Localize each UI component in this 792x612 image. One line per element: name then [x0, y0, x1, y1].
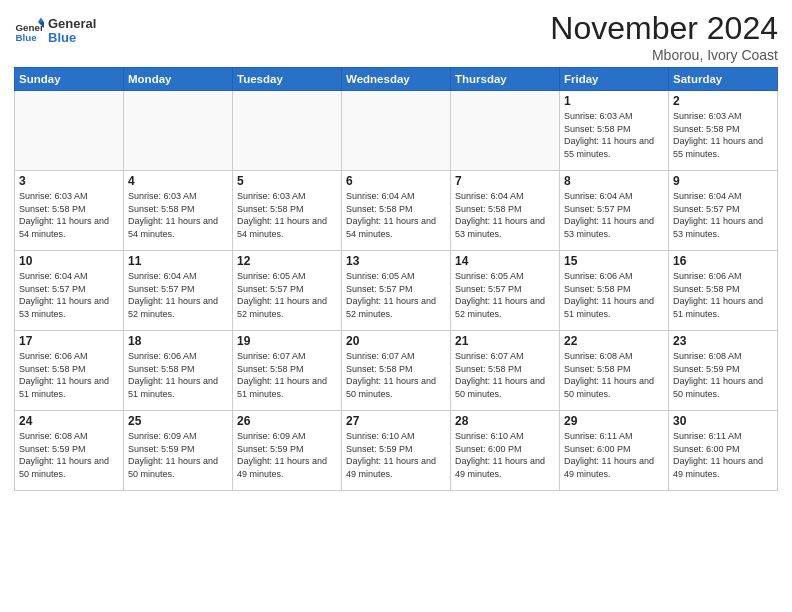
- calendar-cell: [15, 91, 124, 171]
- calendar-table: SundayMondayTuesdayWednesdayThursdayFrid…: [14, 67, 778, 491]
- logo-icon: General Blue: [14, 16, 44, 46]
- weekday-header-thursday: Thursday: [451, 68, 560, 91]
- day-info: Sunrise: 6:08 AMSunset: 5:59 PMDaylight:…: [673, 350, 773, 400]
- day-info: Sunrise: 6:03 AMSunset: 5:58 PMDaylight:…: [128, 190, 228, 240]
- logo-general-text: General: [48, 17, 96, 31]
- day-number: 29: [564, 414, 664, 428]
- svg-text:Blue: Blue: [16, 32, 38, 43]
- day-number: 6: [346, 174, 446, 188]
- calendar-body: 1Sunrise: 6:03 AMSunset: 5:58 PMDaylight…: [15, 91, 778, 491]
- day-number: 19: [237, 334, 337, 348]
- calendar-cell: 5Sunrise: 6:03 AMSunset: 5:58 PMDaylight…: [233, 171, 342, 251]
- calendar-cell: 17Sunrise: 6:06 AMSunset: 5:58 PMDayligh…: [15, 331, 124, 411]
- day-info: Sunrise: 6:04 AMSunset: 5:57 PMDaylight:…: [19, 270, 119, 320]
- day-number: 7: [455, 174, 555, 188]
- day-number: 2: [673, 94, 773, 108]
- weekday-header-monday: Monday: [124, 68, 233, 91]
- calendar-cell: 15Sunrise: 6:06 AMSunset: 5:58 PMDayligh…: [560, 251, 669, 331]
- day-number: 9: [673, 174, 773, 188]
- day-number: 24: [19, 414, 119, 428]
- calendar-cell: 13Sunrise: 6:05 AMSunset: 5:57 PMDayligh…: [342, 251, 451, 331]
- calendar-week-3: 10Sunrise: 6:04 AMSunset: 5:57 PMDayligh…: [15, 251, 778, 331]
- calendar-cell: 19Sunrise: 6:07 AMSunset: 5:58 PMDayligh…: [233, 331, 342, 411]
- day-number: 21: [455, 334, 555, 348]
- day-info: Sunrise: 6:03 AMSunset: 5:58 PMDaylight:…: [564, 110, 664, 160]
- weekday-header-sunday: Sunday: [15, 68, 124, 91]
- day-info: Sunrise: 6:07 AMSunset: 5:58 PMDaylight:…: [455, 350, 555, 400]
- day-info: Sunrise: 6:03 AMSunset: 5:58 PMDaylight:…: [237, 190, 337, 240]
- month-title: November 2024: [550, 10, 778, 47]
- calendar-cell: [124, 91, 233, 171]
- calendar-cell: 1Sunrise: 6:03 AMSunset: 5:58 PMDaylight…: [560, 91, 669, 171]
- calendar-week-4: 17Sunrise: 6:06 AMSunset: 5:58 PMDayligh…: [15, 331, 778, 411]
- weekday-row: SundayMondayTuesdayWednesdayThursdayFrid…: [15, 68, 778, 91]
- calendar-cell: 12Sunrise: 6:05 AMSunset: 5:57 PMDayligh…: [233, 251, 342, 331]
- day-info: Sunrise: 6:06 AMSunset: 5:58 PMDaylight:…: [19, 350, 119, 400]
- day-info: Sunrise: 6:10 AMSunset: 6:00 PMDaylight:…: [455, 430, 555, 480]
- logo-blue-text: Blue: [48, 31, 96, 45]
- weekday-header-friday: Friday: [560, 68, 669, 91]
- calendar-cell: 30Sunrise: 6:11 AMSunset: 6:00 PMDayligh…: [669, 411, 778, 491]
- calendar-week-2: 3Sunrise: 6:03 AMSunset: 5:58 PMDaylight…: [15, 171, 778, 251]
- day-info: Sunrise: 6:08 AMSunset: 5:58 PMDaylight:…: [564, 350, 664, 400]
- calendar-cell: 11Sunrise: 6:04 AMSunset: 5:57 PMDayligh…: [124, 251, 233, 331]
- calendar-cell: 18Sunrise: 6:06 AMSunset: 5:58 PMDayligh…: [124, 331, 233, 411]
- day-number: 10: [19, 254, 119, 268]
- day-info: Sunrise: 6:03 AMSunset: 5:58 PMDaylight:…: [673, 110, 773, 160]
- calendar-header: SundayMondayTuesdayWednesdayThursdayFrid…: [15, 68, 778, 91]
- title-block: November 2024 Mborou, Ivory Coast: [550, 10, 778, 63]
- day-number: 27: [346, 414, 446, 428]
- day-info: Sunrise: 6:09 AMSunset: 5:59 PMDaylight:…: [237, 430, 337, 480]
- calendar-cell: 20Sunrise: 6:07 AMSunset: 5:58 PMDayligh…: [342, 331, 451, 411]
- day-number: 1: [564, 94, 664, 108]
- day-info: Sunrise: 6:05 AMSunset: 5:57 PMDaylight:…: [346, 270, 446, 320]
- calendar-cell: 25Sunrise: 6:09 AMSunset: 5:59 PMDayligh…: [124, 411, 233, 491]
- day-info: Sunrise: 6:09 AMSunset: 5:59 PMDaylight:…: [128, 430, 228, 480]
- day-number: 16: [673, 254, 773, 268]
- header: General Blue General Blue November 2024 …: [14, 10, 778, 63]
- day-info: Sunrise: 6:08 AMSunset: 5:59 PMDaylight:…: [19, 430, 119, 480]
- calendar-cell: [233, 91, 342, 171]
- day-info: Sunrise: 6:04 AMSunset: 5:57 PMDaylight:…: [564, 190, 664, 240]
- day-info: Sunrise: 6:06 AMSunset: 5:58 PMDaylight:…: [128, 350, 228, 400]
- day-info: Sunrise: 6:05 AMSunset: 5:57 PMDaylight:…: [455, 270, 555, 320]
- day-number: 5: [237, 174, 337, 188]
- day-number: 18: [128, 334, 228, 348]
- day-number: 23: [673, 334, 773, 348]
- day-number: 30: [673, 414, 773, 428]
- calendar-cell: [451, 91, 560, 171]
- day-number: 22: [564, 334, 664, 348]
- day-info: Sunrise: 6:04 AMSunset: 5:57 PMDaylight:…: [673, 190, 773, 240]
- day-info: Sunrise: 6:04 AMSunset: 5:58 PMDaylight:…: [346, 190, 446, 240]
- calendar-cell: 16Sunrise: 6:06 AMSunset: 5:58 PMDayligh…: [669, 251, 778, 331]
- calendar-cell: 3Sunrise: 6:03 AMSunset: 5:58 PMDaylight…: [15, 171, 124, 251]
- calendar-cell: 9Sunrise: 6:04 AMSunset: 5:57 PMDaylight…: [669, 171, 778, 251]
- calendar-cell: 21Sunrise: 6:07 AMSunset: 5:58 PMDayligh…: [451, 331, 560, 411]
- calendar-cell: 28Sunrise: 6:10 AMSunset: 6:00 PMDayligh…: [451, 411, 560, 491]
- calendar-week-5: 24Sunrise: 6:08 AMSunset: 5:59 PMDayligh…: [15, 411, 778, 491]
- weekday-header-saturday: Saturday: [669, 68, 778, 91]
- calendar-cell: 10Sunrise: 6:04 AMSunset: 5:57 PMDayligh…: [15, 251, 124, 331]
- weekday-header-wednesday: Wednesday: [342, 68, 451, 91]
- calendar-cell: 4Sunrise: 6:03 AMSunset: 5:58 PMDaylight…: [124, 171, 233, 251]
- day-info: Sunrise: 6:11 AMSunset: 6:00 PMDaylight:…: [673, 430, 773, 480]
- day-info: Sunrise: 6:04 AMSunset: 5:57 PMDaylight:…: [128, 270, 228, 320]
- calendar-cell: 27Sunrise: 6:10 AMSunset: 5:59 PMDayligh…: [342, 411, 451, 491]
- day-info: Sunrise: 6:11 AMSunset: 6:00 PMDaylight:…: [564, 430, 664, 480]
- day-number: 25: [128, 414, 228, 428]
- day-number: 3: [19, 174, 119, 188]
- calendar-week-1: 1Sunrise: 6:03 AMSunset: 5:58 PMDaylight…: [15, 91, 778, 171]
- calendar-cell: 2Sunrise: 6:03 AMSunset: 5:58 PMDaylight…: [669, 91, 778, 171]
- calendar-cell: 22Sunrise: 6:08 AMSunset: 5:58 PMDayligh…: [560, 331, 669, 411]
- calendar-cell: 14Sunrise: 6:05 AMSunset: 5:57 PMDayligh…: [451, 251, 560, 331]
- day-number: 26: [237, 414, 337, 428]
- calendar-page: General Blue General Blue November 2024 …: [0, 0, 792, 612]
- day-info: Sunrise: 6:04 AMSunset: 5:58 PMDaylight:…: [455, 190, 555, 240]
- logo-text: General Blue: [48, 17, 96, 46]
- day-info: Sunrise: 6:06 AMSunset: 5:58 PMDaylight:…: [564, 270, 664, 320]
- calendar-cell: 7Sunrise: 6:04 AMSunset: 5:58 PMDaylight…: [451, 171, 560, 251]
- day-number: 4: [128, 174, 228, 188]
- day-info: Sunrise: 6:07 AMSunset: 5:58 PMDaylight:…: [237, 350, 337, 400]
- day-info: Sunrise: 6:05 AMSunset: 5:57 PMDaylight:…: [237, 270, 337, 320]
- weekday-header-tuesday: Tuesday: [233, 68, 342, 91]
